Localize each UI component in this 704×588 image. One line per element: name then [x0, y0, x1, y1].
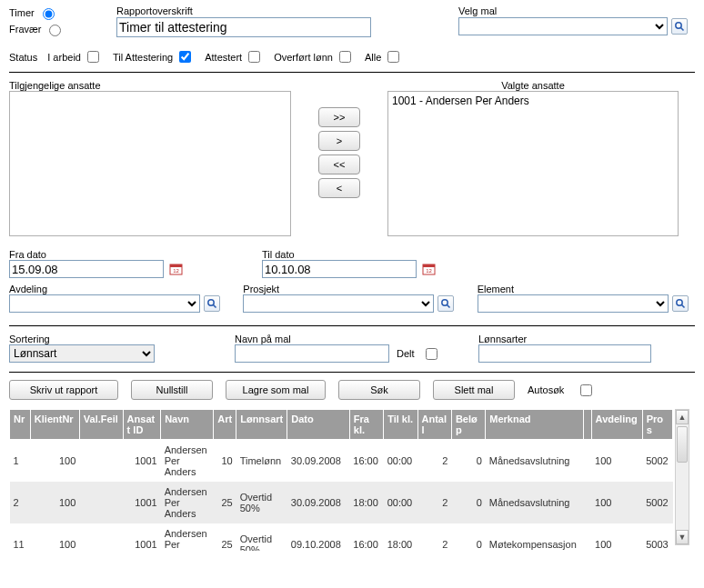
fra-dato-calendar-icon[interactable]: 12	[167, 261, 184, 277]
velg-mal-select[interactable]	[458, 17, 668, 35]
status-overfort-checkbox[interactable]	[339, 51, 351, 63]
sortering-select[interactable]: Lønnsart	[9, 344, 155, 363]
table-cell: 16:00	[349, 523, 383, 551]
svg-rect-3	[170, 264, 182, 267]
table-header[interactable]: Navn	[161, 410, 214, 440]
table-header[interactable]: Val.Feil	[79, 410, 123, 440]
table-header[interactable]: Ansatt ID	[123, 410, 161, 440]
malnavn-input[interactable]	[235, 344, 389, 363]
move-one-left-button[interactable]: <	[318, 178, 360, 198]
table-row[interactable]: 21001001Andersen Per Anders25Overtid 50%…	[10, 482, 673, 523]
table-header[interactable]: Art	[214, 410, 236, 440]
results-table: NrKlientNrVal.FeilAnsatt IDNavnArtLønnsa…	[9, 409, 673, 551]
avdeling-search-icon[interactable]	[204, 295, 220, 312]
table-header[interactable]	[584, 410, 591, 440]
table-header[interactable]: Avdeling	[591, 410, 642, 440]
table-cell: 5002	[642, 440, 672, 483]
move-all-left-button[interactable]: <<	[318, 154, 360, 174]
table-cell: 2	[417, 440, 451, 483]
nullstill-button[interactable]: Nullstill	[131, 380, 213, 400]
table-cell: 100	[591, 440, 642, 483]
table-header[interactable]: Pros	[642, 410, 672, 440]
fravaer-label: Fravær	[9, 24, 41, 35]
table-header[interactable]: Beløp	[451, 410, 485, 440]
sok-button[interactable]: Søk	[338, 380, 420, 400]
lagre-som-mal-button[interactable]: Lagre som mal	[226, 380, 326, 400]
status-overfort-label: Overført lønn	[274, 52, 333, 63]
table-cell: 0	[451, 440, 485, 483]
table-cell: Overtid 50%	[236, 523, 287, 551]
status-label: Status	[9, 52, 37, 63]
move-one-right-button[interactable]: >	[318, 131, 360, 151]
table-row[interactable]: 11001001Andersen Per Anders10Timelønn30.…	[10, 440, 673, 483]
element-label: Element	[478, 284, 695, 294]
table-header[interactable]: Dato	[287, 410, 350, 440]
available-listbox[interactable]	[9, 91, 291, 236]
avdeling-select[interactable]	[9, 294, 200, 313]
status-iarbeid-checkbox[interactable]	[87, 51, 99, 63]
delt-checkbox[interactable]	[426, 348, 437, 360]
skriv-ut-rapport-button[interactable]: Skriv ut rapport	[9, 380, 118, 400]
table-cell: 11	[10, 523, 31, 551]
lonnsarter-input[interactable]	[478, 344, 651, 363]
table-cell: 1001	[123, 523, 161, 551]
table-cell: Månedsavslutning	[486, 482, 584, 523]
mode-timer-radio[interactable]	[43, 8, 55, 20]
autosok-checkbox[interactable]	[580, 384, 592, 396]
status-tilatt-checkbox[interactable]	[179, 51, 191, 63]
svg-line-9	[214, 305, 216, 308]
scroll-up-icon[interactable]: ▲	[676, 410, 689, 424]
table-cell: 00:00	[384, 482, 417, 523]
velg-mal-search-icon[interactable]	[671, 18, 688, 35]
table-scrollbar[interactable]: ▲ ▼	[675, 409, 689, 545]
status-attestert-checkbox[interactable]	[248, 51, 260, 63]
table-header[interactable]: Fra kl.	[349, 410, 383, 440]
lonnsarter-label: Lønnsarter	[478, 334, 660, 344]
status-alle-checkbox[interactable]	[387, 51, 399, 63]
status-iarbeid-label: I arbeid	[47, 52, 81, 63]
selected-label: Valgte ansatte	[501, 80, 565, 91]
available-label: Tilgjengelige ansatte	[9, 80, 101, 91]
rapportoverskrift-input[interactable]	[116, 17, 371, 37]
table-cell: 2	[10, 482, 31, 523]
table-cell: Møtekompensasjon	[486, 523, 584, 551]
table-header[interactable]: KlientNr	[30, 410, 79, 440]
svg-line-1	[681, 28, 684, 31]
fra-dato-input[interactable]	[9, 260, 164, 278]
slett-mal-button[interactable]: Slett mal	[433, 380, 515, 400]
table-cell: 0	[451, 523, 485, 551]
table-cell: Andersen Per Anders	[161, 482, 214, 523]
status-alle-label: Alle	[365, 52, 381, 63]
element-select[interactable]	[478, 294, 669, 313]
element-search-icon[interactable]	[672, 295, 689, 312]
list-item[interactable]: 1001 - Andersen Per Anders	[392, 94, 674, 108]
sortering-label: Sortering	[9, 334, 218, 344]
table-header[interactable]: Til kl.	[384, 410, 417, 440]
til-dato-calendar-icon[interactable]: 12	[420, 261, 437, 277]
velg-mal-label: Velg mal	[458, 5, 695, 16]
table-cell	[584, 523, 591, 551]
til-dato-input[interactable]	[262, 260, 417, 278]
table-cell: 5003	[642, 523, 672, 551]
scroll-down-icon[interactable]: ▼	[676, 530, 689, 544]
table-header[interactable]: Antall	[417, 410, 451, 440]
table-row[interactable]: 111001001Andersen Per Anders25Overtid 50…	[10, 523, 673, 551]
autosok-label: Autosøk	[528, 384, 564, 395]
table-cell: 25	[214, 482, 236, 523]
table-cell: 100	[30, 440, 79, 483]
prosjekt-select[interactable]	[243, 294, 434, 313]
table-cell: 100	[591, 523, 642, 551]
scroll-thumb[interactable]	[677, 426, 688, 463]
prosjekt-search-icon[interactable]	[437, 295, 454, 312]
selected-listbox[interactable]: 1001 - Andersen Per Anders	[387, 91, 679, 236]
table-header[interactable]: Nr	[10, 410, 31, 440]
table-header[interactable]: Lønnsart	[236, 410, 287, 440]
table-header[interactable]: Merknad	[486, 410, 584, 440]
delt-label: Delt	[397, 348, 415, 359]
til-dato-label: Til dato	[262, 249, 498, 260]
move-all-right-button[interactable]: >>	[318, 107, 360, 127]
svg-text:12: 12	[173, 268, 179, 274]
table-cell: 09.10.2008	[287, 523, 350, 551]
rapportoverskrift-label: Rapportoverskrift	[116, 5, 371, 16]
mode-fravaer-radio[interactable]	[49, 25, 61, 36]
